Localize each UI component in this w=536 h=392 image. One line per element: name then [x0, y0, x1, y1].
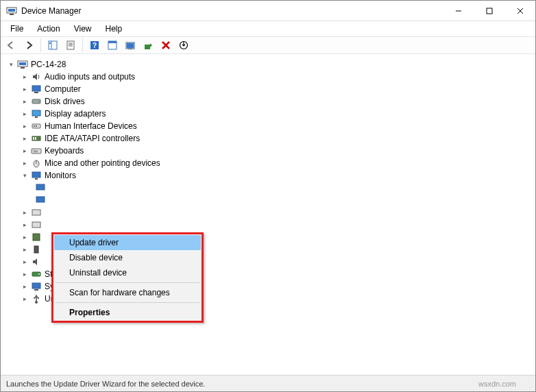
- audio-icon: [31, 71, 42, 82]
- back-button[interactable]: [3, 38, 19, 53]
- svg-rect-21: [145, 45, 150, 49]
- chevron-right-icon[interactable]: ▸: [20, 134, 29, 143]
- tree-item-audio[interactable]: ▸ Audio inputs and outputs: [3, 71, 533, 83]
- svg-rect-55: [34, 246, 38, 253]
- mouse-icon: [31, 158, 42, 169]
- scan-hardware-button[interactable]: [105, 38, 120, 53]
- svg-rect-52: [32, 210, 40, 215]
- menu-item-scan-hardware[interactable]: Scan for hardware changes: [54, 285, 201, 300]
- forward-button[interactable]: [21, 38, 36, 53]
- usb-icon: [31, 293, 42, 304]
- tree-item-disk[interactable]: ▸ Disk drives: [3, 95, 533, 108]
- status-right: wsxdn.com: [478, 380, 516, 388]
- chevron-right-icon[interactable]: ▸: [20, 294, 29, 304]
- tree-item-obscured[interactable]: ▸: [3, 219, 533, 231]
- menu-separator: [56, 302, 199, 303]
- tree-item-label: Monitors: [45, 171, 76, 180]
- tree-item-label: Mice and other pointing devices: [45, 158, 160, 168]
- menu-action[interactable]: Action: [32, 23, 65, 35]
- chevron-right-icon[interactable]: ▸: [20, 158, 29, 168]
- svg-rect-9: [49, 42, 51, 44]
- tree-item-display[interactable]: ▸ Display adapters: [3, 108, 533, 120]
- disk-icon: [31, 96, 42, 107]
- disable-device-button[interactable]: [176, 38, 191, 53]
- close-button[interactable]: [504, 1, 535, 21]
- menu-file[interactable]: File: [5, 23, 29, 35]
- keyboard-icon: [31, 145, 42, 156]
- chevron-right-icon[interactable]: ▸: [20, 269, 29, 279]
- ide-icon: [31, 133, 42, 144]
- chevron-right-icon[interactable]: ▸: [20, 146, 29, 156]
- tree-item-label: Human Interface Devices: [45, 121, 137, 131]
- maximize-button[interactable]: [474, 1, 504, 21]
- svg-rect-45: [34, 151, 38, 152]
- tree-item-obscured[interactable]: ▸: [3, 206, 533, 219]
- toolbar: ?: [1, 36, 535, 54]
- system-icon: [31, 281, 42, 292]
- monitor-icon: [31, 170, 42, 181]
- tree-item-monitors[interactable]: ▾ Monitors: [3, 169, 533, 182]
- svg-rect-33: [35, 117, 38, 118]
- menu-item-properties[interactable]: Properties: [54, 305, 201, 320]
- show-hide-tree-button[interactable]: [45, 38, 60, 53]
- tree-item-label: Disk drives: [45, 97, 85, 106]
- computer-icon: [17, 59, 28, 70]
- svg-rect-51: [36, 197, 45, 202]
- help-button[interactable]: ?: [87, 38, 102, 53]
- menu-view[interactable]: View: [69, 23, 97, 35]
- menu-item-update-driver[interactable]: Update driver: [54, 235, 201, 250]
- tree-item-hid[interactable]: ▸ Human Interface Devices: [3, 120, 533, 132]
- svg-rect-32: [32, 110, 40, 116]
- uninstall-device-button[interactable]: [158, 38, 173, 53]
- tree-item-label: Audio inputs and outputs: [45, 72, 135, 82]
- window-title: Device Manager: [21, 6, 81, 16]
- svg-rect-17: [108, 41, 117, 43]
- svg-point-61: [34, 297, 35, 299]
- tree-item-monitor-child[interactable]: [3, 194, 533, 206]
- svg-rect-44: [37, 150, 38, 151]
- svg-rect-39: [35, 137, 36, 140]
- status-bar: Launches the Update Driver Wizard for th…: [1, 375, 535, 391]
- tree-item-keyboards[interactable]: ▸ Keyboards: [3, 145, 533, 157]
- chevron-right-icon[interactable]: ▸: [20, 121, 29, 131]
- svg-point-31: [38, 101, 40, 102]
- svg-point-60: [35, 301, 38, 304]
- svg-rect-53: [32, 222, 40, 228]
- expand-icon[interactable]: ▾: [6, 60, 16, 69]
- tree-item-ide[interactable]: ▸ IDE ATA/ATAPI controllers: [3, 132, 533, 145]
- tree-item-mice[interactable]: ▸ Mice and other pointing devices: [3, 157, 533, 169]
- svg-rect-42: [34, 150, 35, 151]
- menu-separator: [56, 282, 199, 283]
- hid-icon: [31, 121, 42, 132]
- context-menu: Update driver Disable device Uninstall d…: [51, 232, 204, 323]
- chevron-right-icon[interactable]: ▸: [20, 84, 29, 94]
- tree-item-label: Keyboards: [45, 146, 84, 156]
- chevron-right-icon[interactable]: ▸: [20, 282, 29, 291]
- svg-rect-18: [127, 43, 134, 48]
- chevron-right-icon[interactable]: ▸: [20, 97, 29, 106]
- tree-item-label: Computer: [45, 84, 81, 94]
- tree-item-computer[interactable]: ▸ Computer: [3, 83, 533, 95]
- tree-root[interactable]: ▾ PC-14-28: [3, 58, 533, 71]
- tree-item-label: Display adapters: [45, 109, 106, 119]
- properties-button[interactable]: [63, 38, 78, 53]
- menu-item-disable-device[interactable]: Disable device: [54, 250, 201, 265]
- update-driver-button[interactable]: [123, 38, 138, 53]
- svg-text:?: ?: [93, 42, 97, 49]
- chevron-right-icon[interactable]: ▸: [20, 72, 29, 82]
- minimize-button[interactable]: [443, 1, 474, 21]
- svg-rect-35: [34, 125, 35, 127]
- display-icon: [31, 108, 42, 119]
- menu-item-uninstall-device[interactable]: Uninstall device: [54, 265, 201, 280]
- menu-help[interactable]: Help: [100, 23, 128, 35]
- svg-rect-7: [49, 41, 57, 49]
- status-text: Launches the Update Driver Wizard for th…: [6, 380, 205, 388]
- title-bar: Device Manager: [1, 1, 535, 21]
- expand-icon[interactable]: ▾: [20, 171, 29, 180]
- svg-rect-49: [35, 178, 38, 180]
- svg-point-57: [38, 273, 40, 275]
- chevron-right-icon[interactable]: ▸: [20, 109, 29, 119]
- tree-item-monitor-child[interactable]: [3, 182, 533, 194]
- svg-rect-27: [21, 67, 25, 69]
- enable-device-button[interactable]: [141, 38, 156, 53]
